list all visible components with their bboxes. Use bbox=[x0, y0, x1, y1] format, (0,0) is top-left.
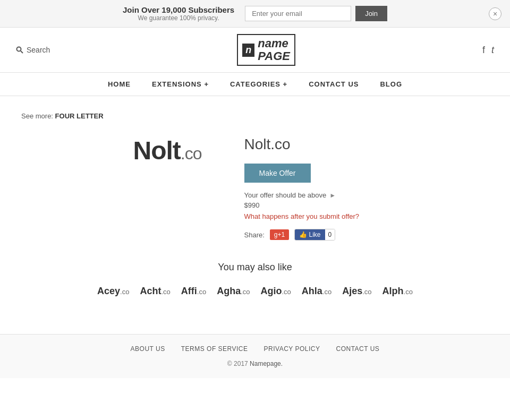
similar-domain-name: Ajes bbox=[342, 286, 362, 296]
domain-info: Nolt.co Make Offer Your offer should be … bbox=[244, 136, 377, 241]
similar-domain-ext: .co bbox=[197, 288, 206, 296]
banner-form: Join bbox=[245, 6, 387, 21]
join-button[interactable]: Join bbox=[355, 6, 387, 21]
fb-like-button[interactable]: 👍 Like bbox=[295, 229, 325, 240]
fb-like-label: Like bbox=[309, 231, 321, 238]
email-input[interactable] bbox=[245, 6, 351, 21]
banner-sub-line: We guarantee 100% privacy. bbox=[123, 14, 234, 22]
see-more-label: See more: bbox=[21, 112, 53, 120]
logo-text: name PAGE bbox=[258, 37, 290, 63]
similar-domain-item[interactable]: Alph.co bbox=[382, 286, 413, 297]
copyright-text: © 2017 bbox=[227, 360, 250, 367]
top-banner: Join Over 19,000 Subscribers We guarante… bbox=[0, 0, 510, 28]
logo-box: n name PAGE bbox=[237, 34, 295, 66]
similar-domain-item[interactable]: Agio.co bbox=[260, 286, 291, 297]
similar-domain-item[interactable]: Affi.co bbox=[181, 286, 206, 297]
similar-domain-name: Agio bbox=[260, 286, 282, 296]
offer-price: $990 bbox=[244, 201, 377, 209]
search-icon bbox=[16, 46, 23, 54]
similar-domain-ext: .co bbox=[282, 288, 291, 296]
main-nav: HOME EXTENSIONS + CATEGORIES + CONTACT U… bbox=[0, 73, 510, 96]
similar-domain-item[interactable]: Ajes.co bbox=[342, 286, 371, 297]
search-area[interactable]: Search bbox=[16, 46, 50, 54]
similar-domain-ext: .co bbox=[404, 288, 413, 296]
facebook-like: 👍 Like 0 bbox=[294, 229, 335, 241]
logo-name-line2: PAGE bbox=[258, 50, 290, 63]
domain-name-title: Nolt.co bbox=[244, 136, 377, 153]
nav-item-extensions[interactable]: EXTENSIONS + bbox=[152, 80, 209, 88]
social-links: f t bbox=[482, 45, 494, 56]
search-label: Search bbox=[27, 46, 50, 54]
footer-links: ABOUT USTERMS OF SERVICEPRIVACY POLICYCO… bbox=[11, 345, 499, 353]
similar-domain-ext: .co bbox=[241, 288, 250, 296]
banner-main-line: Join Over 19,000 Subscribers bbox=[123, 5, 234, 14]
svg-line-1 bbox=[21, 51, 23, 53]
category-label: FOUR LETTER bbox=[55, 112, 104, 120]
domain-section: Nolt.co Nolt.co Make Offer Your offer sh… bbox=[11, 136, 499, 241]
header: Search n name PAGE f t bbox=[0, 28, 510, 73]
thumbs-up-icon: 👍 bbox=[299, 231, 307, 238]
footer: ABOUT USTERMS OF SERVICEPRIVACY POLICYCO… bbox=[0, 334, 510, 378]
similar-domain-ext: .co bbox=[161, 288, 170, 296]
also-like-domains: Acey.coAcht.coAffi.coAgha.coAgio.coAhla.… bbox=[11, 286, 499, 297]
nav-item-categories[interactable]: CATEGORIES + bbox=[230, 80, 287, 88]
similar-domain-name: Acht bbox=[140, 286, 161, 296]
footer-copyright: © 2017 Namepage. bbox=[11, 360, 499, 367]
similar-domain-name: Alph bbox=[382, 286, 404, 296]
also-like-section: You may also like Acey.coAcht.coAffi.coA… bbox=[11, 262, 499, 297]
share-row: Share: g+1 👍 Like 0 bbox=[244, 229, 377, 241]
footer-link-privacy[interactable]: PRIVACY POLICY bbox=[264, 345, 320, 353]
domain-name-large: Nolt bbox=[133, 136, 181, 165]
similar-domain-name: Acey bbox=[97, 286, 120, 296]
fb-count: 0 bbox=[325, 229, 335, 240]
make-offer-button[interactable]: Make Offer bbox=[244, 164, 311, 183]
twitter-icon[interactable]: t bbox=[491, 45, 494, 56]
similar-domain-name: Affi bbox=[181, 286, 197, 296]
domain-logo-large: Nolt.co bbox=[133, 136, 202, 165]
close-banner-button[interactable]: × bbox=[489, 7, 502, 20]
similar-domain-ext: .co bbox=[322, 288, 332, 296]
logo-n-letter: n bbox=[242, 44, 254, 57]
nav-item-home[interactable]: HOME bbox=[108, 80, 131, 88]
similar-domain-item[interactable]: Agha.co bbox=[217, 286, 250, 297]
also-like-title: You may also like bbox=[11, 262, 499, 273]
similar-domain-item[interactable]: Ahla.co bbox=[302, 286, 332, 297]
similar-domain-name: Ahla bbox=[302, 286, 322, 296]
offer-hint-text: Your offer should be above bbox=[244, 191, 327, 199]
main-content: See more: FOUR LETTER Nolt.co Nolt.co Ma… bbox=[0, 96, 510, 313]
footer-link-tos[interactable]: TERMS OF SERVICE bbox=[181, 345, 248, 353]
offer-hint: Your offer should be above ► bbox=[244, 191, 377, 199]
footer-link-about[interactable]: ABOUT US bbox=[131, 345, 165, 353]
svg-point-0 bbox=[17, 47, 21, 52]
offer-arrow-icon: ► bbox=[329, 192, 336, 199]
gplus-button[interactable]: g+1 bbox=[270, 229, 289, 240]
banner-text: Join Over 19,000 Subscribers We guarante… bbox=[123, 5, 234, 22]
nav-item-contact[interactable]: CONTACT US bbox=[309, 80, 359, 88]
nav-item-blog[interactable]: BLOG bbox=[380, 80, 402, 88]
domain-ext-large: .co bbox=[181, 144, 202, 163]
similar-domain-item[interactable]: Acey.co bbox=[97, 286, 129, 297]
similar-domain-ext: .co bbox=[362, 288, 371, 296]
similar-domain-item[interactable]: Acht.co bbox=[140, 286, 170, 297]
offer-link[interactable]: What happens after you submit offer? bbox=[244, 212, 377, 220]
breadcrumb: See more: FOUR LETTER bbox=[21, 112, 499, 120]
similar-domain-ext: .co bbox=[120, 288, 129, 296]
similar-domain-name: Agha bbox=[217, 286, 241, 296]
footer-link-contact[interactable]: CONTACT US bbox=[336, 345, 379, 353]
share-label: Share: bbox=[244, 231, 265, 239]
footer-brand[interactable]: Namepage. bbox=[250, 360, 283, 367]
logo-name-line1: name bbox=[258, 37, 290, 50]
logo[interactable]: n name PAGE bbox=[237, 34, 295, 66]
facebook-icon[interactable]: f bbox=[482, 45, 485, 56]
